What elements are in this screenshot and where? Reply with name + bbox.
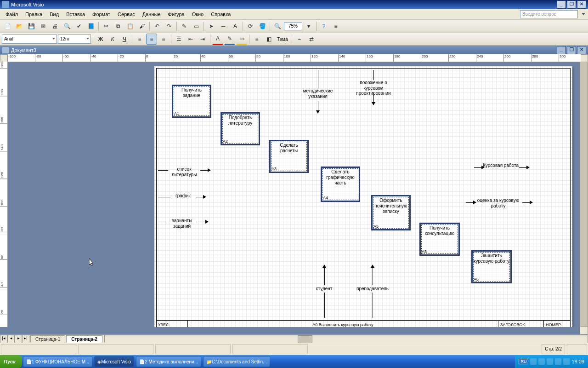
doc-minimize-button[interactable]: _	[557, 46, 566, 54]
align-center-icon[interactable]: ≡	[146, 34, 157, 45]
arrow-line	[474, 167, 481, 168]
indent-dec-icon[interactable]: ⇤	[185, 34, 196, 45]
menu-tools[interactable]: Сервис	[114, 11, 139, 18]
line-color-icon[interactable]: ✎	[224, 33, 235, 45]
ruler-tick: 160	[366, 54, 373, 62]
bold-icon[interactable]: Ж	[95, 34, 106, 45]
menu-help[interactable]: Справка	[207, 11, 234, 18]
arrow-head-icon	[371, 264, 374, 268]
lang-indicator[interactable]: RU	[519, 359, 528, 364]
research-icon[interactable]: 📘	[85, 21, 96, 32]
indent-inc-icon[interactable]: ⇥	[197, 34, 208, 45]
rotate-icon[interactable]: ⟳	[245, 21, 256, 32]
redo-icon[interactable]: ↷	[164, 21, 175, 32]
doc-close-button[interactable]: ✕	[577, 46, 586, 54]
tab-nav-prev[interactable]: ◂	[7, 335, 15, 343]
idef-box-A6[interactable]: Защитить курсовую работуA6	[471, 250, 512, 283]
menu-format[interactable]: Формат	[89, 11, 114, 18]
font-size-combo[interactable]: 12пт	[58, 34, 91, 44]
idef-box-A3[interactable]: Сделать расчетыA3	[269, 140, 309, 173]
menu-bar: Файл Правка Вид Вставка Формат Сервис Да…	[0, 9, 588, 20]
menu-shape[interactable]: Фигура	[164, 11, 188, 18]
taskbar-button-1[interactable]: 📄 1 ФУНКЦИОНАЛЬНОЕ М...	[23, 356, 93, 367]
theme-icon[interactable]: ◧	[263, 34, 274, 45]
arrow-line	[519, 167, 526, 168]
vertical-scrollbar[interactable]	[580, 62, 588, 327]
start-button[interactable]: Пуск	[0, 355, 22, 368]
spell-icon[interactable]: ✔	[74, 21, 85, 32]
print-icon[interactable]: 🖨	[50, 21, 61, 32]
save-icon[interactable]: 💾	[26, 21, 37, 32]
taskbar-button-visio[interactable]: ◈ Microsoft Visio	[94, 356, 134, 367]
idef-box-A5b[interactable]: Получить консультациюA5	[419, 223, 460, 256]
text-tool-icon[interactable]: A	[230, 21, 241, 32]
pointer-icon[interactable]: ➤	[206, 21, 217, 32]
drawing-page[interactable]: Получить заданиеA1Подобрать литературуA2…	[154, 66, 572, 327]
toolbar-options-icon[interactable]: ≡	[330, 21, 341, 32]
idef-box-A4[interactable]: Сделать графическую частьA4	[321, 167, 360, 202]
idef-box-A2[interactable]: Подобрать литературуA2	[220, 112, 260, 145]
taskbar-button-4[interactable]: 📁 C:\Documents and Settin...	[203, 356, 270, 367]
fill-bucket-icon[interactable]: 🪣	[257, 21, 268, 32]
help-icon[interactable]: ?	[318, 21, 329, 32]
shapes-icon[interactable]: ▭	[191, 21, 202, 32]
idef-box-A5[interactable]: Оформить пояснительную запискуA5	[371, 195, 411, 230]
ask-dropdown-icon[interactable]	[581, 12, 586, 17]
bullets-icon[interactable]: ☰	[173, 34, 184, 45]
line-ends-icon[interactable]: ⇄	[306, 34, 317, 45]
menu-insert[interactable]: Вставка	[62, 11, 89, 18]
zoom-dropdown-icon[interactable]: ▾	[303, 21, 314, 32]
zoom-combo[interactable]: 75%	[284, 22, 302, 30]
mail-icon[interactable]: ✉	[38, 21, 49, 32]
tab-nav-first[interactable]: |◂	[0, 335, 7, 343]
italic-icon[interactable]: К	[107, 34, 118, 45]
format-painter-icon[interactable]: 🖌	[136, 21, 147, 32]
menu-window[interactable]: Окно	[188, 11, 208, 18]
menu-file[interactable]: Файл	[2, 11, 22, 18]
copy-icon[interactable]: ⧉	[113, 21, 124, 32]
paste-icon[interactable]: 📋	[124, 21, 136, 32]
menu-edit[interactable]: Правка	[22, 11, 46, 18]
tab-page-2[interactable]: Страница-2	[66, 335, 102, 343]
doc-restore-button[interactable]: ❐	[567, 46, 576, 54]
line-pattern-icon[interactable]: ⌁	[294, 34, 305, 45]
tab-page-1[interactable]: Страница-1	[30, 335, 65, 343]
font-name-combo[interactable]: Arial	[2, 34, 57, 44]
minimize-button[interactable]: _	[557, 0, 566, 9]
arrow-head-icon	[205, 220, 209, 224]
undo-icon[interactable]: ↶	[152, 21, 163, 32]
restore-button[interactable]: ❐	[567, 0, 576, 9]
preview-icon[interactable]: 🔍	[62, 21, 73, 32]
canvas[interactable]: -100-80-60-40-20020406080100120140160180…	[0, 54, 588, 334]
underline-icon[interactable]: Ч	[119, 34, 130, 45]
tray-clock[interactable]: 18:09	[571, 359, 584, 364]
fill-color-icon[interactable]: ▭	[236, 33, 247, 45]
zoom-glass-icon[interactable]: 🔍	[272, 21, 283, 32]
menu-data[interactable]: Данные	[139, 11, 164, 18]
close-button[interactable]: ✕	[577, 0, 586, 9]
tray-icon[interactable]	[563, 358, 570, 365]
connector-icon[interactable]: ─	[218, 21, 229, 32]
menu-view[interactable]: Вид	[46, 11, 62, 18]
new-icon[interactable]: 📄	[2, 21, 13, 32]
tab-nav-next[interactable]: ▸	[15, 335, 22, 343]
horizontal-scrollbar[interactable]	[104, 335, 588, 343]
tray-icon[interactable]	[547, 358, 553, 365]
ask-question-box[interactable]: Введите вопрос	[520, 10, 578, 18]
idef-box-A1[interactable]: Получить заданиеA1	[172, 85, 211, 118]
arrow-line	[200, 170, 208, 171]
open-icon[interactable]: 📂	[14, 21, 25, 32]
taskbar-button-3[interactable]: 📄 2 Методика выполнени...	[136, 356, 201, 367]
tray-icon[interactable]	[530, 358, 537, 365]
line-weight-icon[interactable]: ≡	[251, 34, 262, 45]
cut-icon[interactable]: ✂	[101, 21, 112, 32]
tray-icon[interactable]	[538, 358, 545, 365]
idef-box-text: Защитить курсовую работу	[473, 253, 510, 264]
align-right-icon[interactable]: ≡	[158, 34, 169, 45]
tab-nav-last[interactable]: ▸|	[22, 335, 29, 343]
ink-icon[interactable]: ✎	[179, 21, 190, 32]
tray-icon[interactable]	[555, 358, 561, 365]
footer-header-label: ЗАГОЛОВОК:	[498, 321, 544, 327]
align-left-icon[interactable]: ≡	[134, 34, 145, 45]
font-color-icon[interactable]: A	[212, 33, 223, 45]
